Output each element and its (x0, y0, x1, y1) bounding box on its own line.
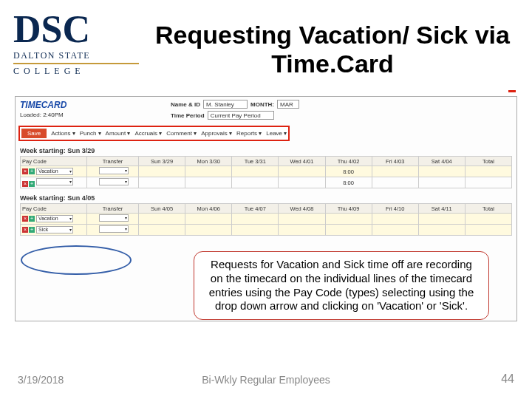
logo-letter: C (62, 10, 90, 49)
cell[interactable] (232, 177, 279, 188)
cell[interactable] (185, 177, 232, 188)
delete-row-icon[interactable]: × (22, 181, 28, 187)
table-row: ×+Sick (21, 225, 512, 236)
cell[interactable] (465, 225, 511, 236)
cell[interactable] (232, 225, 279, 236)
menu-punch[interactable]: Punch ▾ (80, 130, 101, 137)
col-paycode: Pay Code (21, 157, 87, 166)
table-row: ×+Vacation (21, 214, 512, 225)
timecard-grid: Pay Code Transfer Sun 4/05 Mon 4/06 Tue … (20, 203, 512, 236)
logo-letter: D (13, 10, 41, 49)
cell[interactable] (232, 214, 279, 225)
paycode-dropdown[interactable]: Vacation (36, 215, 73, 222)
highlight-oval (21, 245, 132, 275)
col-day: Sun 4/05 (139, 204, 185, 214)
cell[interactable] (139, 225, 185, 236)
slide-title: Requesting Vacation/ Sick via Time.Card (155, 21, 510, 78)
paycode-dropdown[interactable] (36, 178, 73, 185)
cell[interactable] (465, 214, 511, 225)
cell[interactable] (325, 214, 372, 225)
col-total: Total (465, 157, 511, 166)
col-transfer: Transfer (87, 157, 139, 166)
paycode-dropdown[interactable]: Sick (36, 226, 73, 233)
cell[interactable] (418, 225, 465, 236)
name-id-field[interactable]: M. Stanley (203, 100, 248, 109)
menu-actions[interactable]: Actions ▾ (51, 130, 75, 137)
paycode-dropdown[interactable]: Vacation (36, 168, 73, 175)
cell[interactable] (372, 225, 418, 236)
delete-row-icon[interactable]: × (22, 216, 28, 222)
cell[interactable] (465, 166, 511, 177)
save-button[interactable]: Save (21, 129, 47, 138)
col-day: Tue 4/07 (232, 204, 279, 214)
period-label: Time Period (171, 112, 205, 119)
menu-comment[interactable]: Comment ▾ (166, 130, 197, 137)
cell[interactable] (185, 225, 232, 236)
period-field[interactable]: Current Pay Period (208, 111, 274, 120)
cell[interactable] (139, 177, 185, 188)
cell[interactable] (279, 166, 325, 177)
col-paycode: Pay Code (21, 204, 87, 214)
table-row: ×+ 8:00 (21, 177, 512, 188)
cell[interactable] (372, 177, 418, 188)
cell[interactable] (279, 225, 325, 236)
footer-center: Bi-Wkly Regular Employees (0, 374, 532, 386)
menu-approvals[interactable]: Approvals ▾ (201, 130, 232, 137)
cell[interactable] (465, 177, 511, 188)
cell[interactable] (185, 166, 232, 177)
delete-row-icon[interactable]: × (22, 227, 28, 233)
cell[interactable] (139, 166, 185, 177)
cell[interactable] (185, 214, 232, 225)
logo-letter: S (41, 10, 63, 49)
col-total: Total (465, 204, 511, 214)
cell[interactable] (279, 177, 325, 188)
add-row-icon[interactable]: + (29, 168, 35, 174)
add-row-icon[interactable]: + (29, 181, 35, 187)
transfer-dropdown[interactable] (99, 167, 129, 174)
col-day: Wed 4/01 (279, 157, 325, 166)
cell[interactable] (279, 214, 325, 225)
timecard-grid: Pay Code Transfer Sun 3/29 Mon 3/30 Tue … (20, 156, 512, 188)
cell[interactable] (418, 166, 465, 177)
menu-leave[interactable]: Leave ▾ (266, 130, 287, 137)
col-day: Sat 4/04 (418, 157, 465, 166)
col-day: Mon 3/30 (185, 157, 232, 166)
col-day: Wed 4/08 (279, 204, 325, 214)
cell[interactable] (139, 214, 185, 225)
menu-reports[interactable]: Reports ▾ (236, 130, 262, 137)
col-day: Tue 3/31 (232, 157, 279, 166)
menu-amount[interactable]: Amount ▾ (106, 130, 131, 137)
col-day: Sun 3/29 (139, 157, 185, 166)
transfer-dropdown[interactable] (99, 214, 129, 222)
cell[interactable] (418, 177, 465, 188)
logo-divider (13, 63, 139, 64)
cell[interactable] (372, 214, 418, 225)
cell[interactable] (372, 166, 418, 177)
name-id-label: Name & ID (171, 101, 200, 108)
month-label: MONTH: (250, 101, 274, 108)
cell[interactable] (325, 225, 372, 236)
cell[interactable] (232, 166, 279, 177)
month-field[interactable]: MAR (277, 100, 299, 109)
slide: D S C DALTON STATE COLLEGE Requesting Va… (0, 0, 532, 399)
dsc-logo: D S C DALTON STATE COLLEGE (13, 10, 139, 77)
col-transfer: Transfer (87, 204, 139, 214)
transfer-dropdown[interactable] (99, 178, 129, 185)
transfer-dropdown[interactable] (99, 225, 129, 233)
col-day: Fri 4/03 (372, 157, 418, 166)
add-row-icon[interactable]: + (29, 227, 35, 233)
red-mark (508, 90, 516, 92)
footer-page-number: 44 (501, 372, 514, 386)
callout-box: Requests for Vacation and Sick time off … (194, 251, 489, 320)
cell[interactable]: 8:00 (325, 166, 372, 177)
timecard-toolbar: Save Actions ▾ Punch ▾ Amount ▾ Accruals… (18, 126, 290, 141)
logo-line1: DALTON STATE (13, 50, 139, 61)
col-day: Thu 4/09 (325, 204, 372, 214)
cell[interactable]: 8:00 (325, 177, 372, 188)
add-row-icon[interactable]: + (29, 216, 35, 222)
delete-row-icon[interactable]: × (22, 168, 28, 174)
logo-line2: COLLEGE (13, 66, 139, 77)
cell[interactable] (418, 214, 465, 225)
menu-accruals[interactable]: Accruals ▾ (134, 130, 162, 137)
week-label: Week starting: Sun 3/29 (20, 147, 512, 154)
